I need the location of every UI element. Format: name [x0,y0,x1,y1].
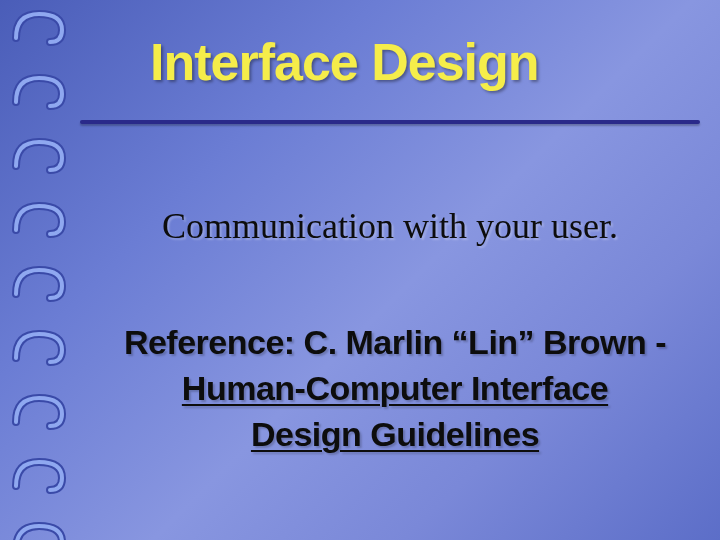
spiral-binding [12,0,72,540]
title-divider [80,120,700,124]
reference-text: Reference: C. Marlin “Lin” Brown - Human… [100,320,690,458]
spiral-ring [12,72,66,110]
reference-book-line1: Human-Computer Interface [100,366,690,412]
spiral-ring [12,392,66,430]
spiral-ring [12,456,66,494]
slide-title: Interface Design [150,32,539,92]
spiral-ring [12,264,66,302]
reference-prefix: Reference: C. Marlin “Lin” Brown - [124,323,666,361]
spiral-ring [12,8,66,46]
spiral-ring [12,328,66,366]
spiral-ring [12,136,66,174]
slide-subtitle: Communication with your user. [0,205,720,247]
reference-book-line2: Design Guidelines [100,412,690,458]
spiral-ring [12,520,66,540]
